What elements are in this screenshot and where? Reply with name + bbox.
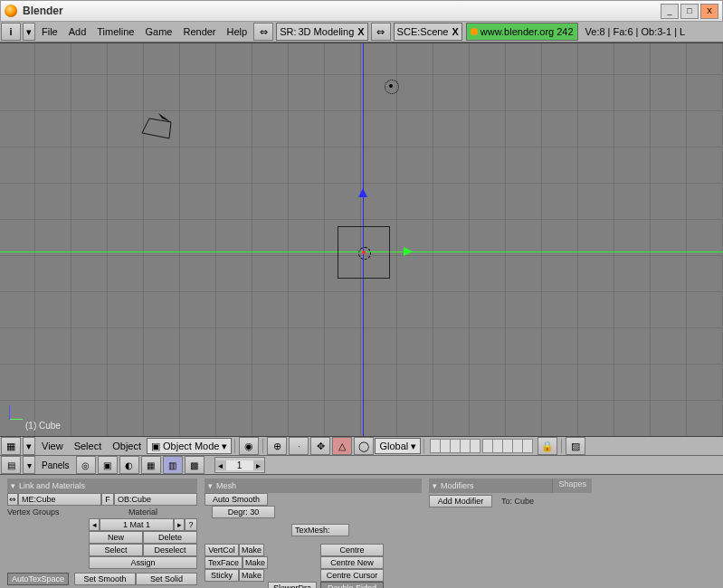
scene-close-icon[interactable]: X xyxy=(452,26,459,37)
menu-game[interactable]: Game xyxy=(139,26,177,37)
spin-left-icon[interactable]: ◂ xyxy=(215,460,226,470)
vertcol-make-button[interactable]: Make xyxy=(239,544,264,556)
degr-field[interactable]: Degr: 30 xyxy=(212,506,275,518)
mat-delete-button[interactable]: Delete xyxy=(143,531,197,544)
gizmo-z-arrow[interactable] xyxy=(358,188,367,197)
orientation-selector[interactable]: Global ▾ xyxy=(375,438,421,454)
mat-left-icon[interactable]: ◂ xyxy=(89,518,100,531)
mat-right-icon[interactable]: ▸ xyxy=(174,518,185,531)
pivot-dot-icon[interactable]: · xyxy=(289,437,309,455)
texface-button[interactable]: TexFace xyxy=(205,556,243,569)
set-solid-button[interactable]: Set Solid xyxy=(136,573,197,585)
3d-viewport[interactable]: (1) Cube xyxy=(0,43,723,437)
object-menu[interactable]: Object xyxy=(107,441,147,451)
camera-object[interactable] xyxy=(140,111,180,142)
collapse-icon[interactable]: ▾ xyxy=(433,481,437,490)
auto-smooth-button[interactable]: Auto Smooth xyxy=(205,493,268,506)
mat-deselect-button[interactable]: Deselect xyxy=(143,544,197,556)
centre-button[interactable]: Centre xyxy=(320,544,384,556)
centre-cursor-button[interactable]: Centre Cursor xyxy=(320,569,384,582)
layer-buttons[interactable] xyxy=(431,439,533,453)
blender-logo-icon xyxy=(471,28,478,35)
scene-selector[interactable]: SCE: Scene X xyxy=(394,23,462,41)
object-name-field[interactable]: OB:Cube xyxy=(114,493,197,506)
render-icon[interactable]: ▨ xyxy=(566,437,585,455)
viewport-dropdown-icon[interactable]: ▾ xyxy=(23,437,35,455)
tab-shapes[interactable]: Shapes xyxy=(552,479,592,493)
sticky-make-button[interactable]: Make xyxy=(239,569,264,582)
screen-close-icon[interactable]: X xyxy=(357,26,364,37)
buttons-panels: ▾Link and Materials ⇔ ME:Cube F OB:Cube … xyxy=(0,475,723,588)
view-menu[interactable]: View xyxy=(36,441,69,451)
menu-add[interactable]: Add xyxy=(63,26,92,37)
context-editing-icon[interactable]: ▥ xyxy=(163,456,183,474)
buttons-dropdown-icon[interactable]: ▾ xyxy=(23,456,35,474)
shading-icon[interactable]: ◉ xyxy=(239,437,259,455)
context-object-icon[interactable]: ▦ xyxy=(141,456,161,474)
menu-help[interactable]: Help xyxy=(222,26,253,37)
slower-draw-button[interactable]: SlowerDra xyxy=(268,582,317,588)
sticky-button[interactable]: Sticky xyxy=(205,569,239,582)
fake-user-button[interactable]: F xyxy=(101,493,114,506)
mat-new-button[interactable]: New xyxy=(89,531,143,544)
texmesh-field[interactable]: TexMesh: xyxy=(291,524,349,536)
info-icon[interactable]: i xyxy=(1,23,21,41)
viewport-type-icon[interactable]: ▦ xyxy=(1,437,21,455)
gizmo-x-arrow[interactable] xyxy=(404,247,413,256)
buttons-type-icon[interactable]: ▤ xyxy=(1,456,21,474)
menu-timeline[interactable]: Timeline xyxy=(91,26,139,37)
centre-new-button[interactable]: Centre New xyxy=(320,556,384,569)
mode-selector[interactable]: ▣ Object Mode ▾ xyxy=(147,438,232,454)
translate-icon[interactable]: △ xyxy=(332,437,352,455)
collapse-icon[interactable]: ▾ xyxy=(208,481,213,490)
double-sided-button[interactable]: Double Sided xyxy=(320,582,384,588)
spin-value[interactable]: 1 xyxy=(226,460,253,470)
panel-link-materials: ▾Link and Materials ⇔ ME:Cube F OB:Cube … xyxy=(7,479,197,585)
lock-icon[interactable]: 🔒 xyxy=(537,437,557,455)
autotexspace-button[interactable]: AutoTexSpace xyxy=(7,573,69,585)
viewport-object-label: (1) Cube xyxy=(25,421,61,431)
menu-file[interactable]: File xyxy=(36,26,63,37)
set-smooth-button[interactable]: Set Smooth xyxy=(74,573,136,585)
mat-help-button[interactable]: ? xyxy=(185,518,197,531)
vertcol-button[interactable]: VertCol xyxy=(205,544,239,556)
window-title: Blender xyxy=(23,5,63,17)
add-modifier-button[interactable]: Add Modifier xyxy=(429,495,492,507)
mat-assign-button[interactable]: Assign xyxy=(89,556,197,569)
mini-axis-icon xyxy=(9,405,23,420)
me-link-icon[interactable]: ⇔ xyxy=(7,493,18,506)
minimize-button[interactable]: _ xyxy=(661,4,679,19)
manipulator-icon[interactable]: ✥ xyxy=(310,437,330,455)
rotate-icon[interactable]: ◯ xyxy=(354,437,374,455)
spin-right-icon[interactable]: ▸ xyxy=(253,460,264,470)
screen-link-icon[interactable]: ⇔ xyxy=(253,23,273,41)
maximize-button[interactable]: □ xyxy=(680,4,699,19)
to-label: To: Cube xyxy=(501,497,534,506)
site-link: www.blender.org xyxy=(480,26,554,37)
panel-title: Modifiers xyxy=(441,481,474,490)
menu-dropdown-icon[interactable]: ▾ xyxy=(23,23,35,41)
lamp-object[interactable] xyxy=(385,80,399,94)
menu-render[interactable]: Render xyxy=(177,26,221,37)
top-menu: i ▾ File Add Timeline Game Render Help ⇔… xyxy=(0,22,723,43)
pivot-icon[interactable]: ⊕ xyxy=(267,437,287,455)
screen-name: 3D Modeling xyxy=(299,26,355,37)
version-label: 242 xyxy=(557,26,573,37)
panel-title: Mesh xyxy=(216,481,236,490)
mat-select-button[interactable]: Select xyxy=(89,544,143,556)
select-menu[interactable]: Select xyxy=(69,441,108,451)
context-logic-icon[interactable]: ◎ xyxy=(76,456,96,474)
mat-index[interactable]: 1 Mat 1 xyxy=(100,518,174,531)
close-button[interactable]: X xyxy=(700,4,718,19)
collapse-icon[interactable]: ▾ xyxy=(11,481,15,490)
context-scene-icon[interactable]: ▩ xyxy=(185,456,205,474)
context-shading-icon[interactable]: ◐ xyxy=(119,456,139,474)
mesh-name-field[interactable]: ME:Cube xyxy=(18,493,101,506)
panel-title: Link and Materials xyxy=(19,481,85,490)
scene-link-icon[interactable]: ⇔ xyxy=(371,23,391,41)
context-script-icon[interactable]: ▣ xyxy=(98,456,118,474)
panel-spinner[interactable]: ◂ 1 ▸ xyxy=(214,457,265,473)
site-badge[interactable]: www.blender.org 242 xyxy=(466,23,578,41)
viewport-header: ▦ ▾ View Select Object ▣ Object Mode ▾ ◉… xyxy=(0,437,723,456)
screen-selector[interactable]: SR: 3D Modeling X xyxy=(276,23,367,41)
